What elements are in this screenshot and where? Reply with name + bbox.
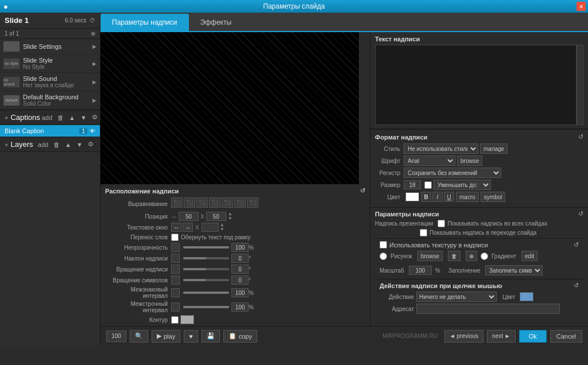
position-reset[interactable]: ↺ (360, 187, 365, 195)
spacing-left-input[interactable] (171, 288, 180, 297)
macro-btn[interactable]: macro (456, 192, 479, 202)
captions-add-btn[interactable]: add (40, 113, 54, 122)
window-input[interactable] (202, 223, 219, 232)
texture-reset[interactable]: ↺ (574, 241, 579, 248)
texture-checkbox[interactable] (380, 241, 387, 248)
copy-icon: 📋 (229, 332, 237, 340)
window-btn1[interactable]: ↔ (171, 223, 181, 232)
align-justify-btn[interactable]: ⬛ (209, 197, 220, 208)
cancel-btn[interactable]: Cancel (550, 330, 582, 343)
action-reset[interactable]: ↺ (574, 282, 579, 289)
spacing-slider[interactable] (183, 292, 229, 294)
opacity-slider[interactable] (183, 246, 229, 248)
pos-x-input[interactable] (179, 212, 199, 221)
caption-params-reset[interactable]: ↺ (578, 210, 583, 218)
shrink-checkbox[interactable] (424, 181, 432, 189)
action-color-swatch[interactable] (520, 292, 533, 301)
shrink-select[interactable]: Уменьшить до: (434, 180, 491, 190)
gradient-radio[interactable] (481, 253, 488, 260)
align-top-btn[interactable]: ⬛ (222, 197, 233, 208)
layers-up-btn[interactable]: ▲ (63, 140, 73, 149)
font-select[interactable]: Arial (404, 156, 455, 166)
underline-btn[interactable]: U (444, 192, 454, 202)
tilt-val-input[interactable] (231, 254, 249, 263)
align-center-btn[interactable]: ⬛ (184, 197, 195, 208)
spacing-val-input[interactable] (231, 288, 249, 297)
bold-btn[interactable]: B (421, 192, 431, 202)
menu-item-sound[interactable]: no sound Slide Sound Нет звука в слайде … (0, 73, 100, 91)
browse-font-btn[interactable]: browse (457, 156, 482, 166)
layers-down-btn[interactable]: ▼ (75, 140, 84, 149)
next-btn[interactable]: next ► (487, 330, 516, 343)
rotate-val-input[interactable] (231, 265, 249, 274)
blank-caption-item[interactable]: Blank Caption 1 👁 (0, 125, 100, 137)
texture-copy-btn[interactable]: ⊕ (466, 251, 477, 261)
register-select[interactable]: Сохранить без изменений (404, 168, 501, 178)
opacity-val-input[interactable] (231, 243, 249, 252)
format-reset-btn[interactable]: ↺ (578, 133, 583, 141)
ok-btn[interactable]: Ok (519, 330, 547, 343)
texture-browse-btn[interactable]: browse (417, 251, 443, 261)
save-btn[interactable]: 💾 (202, 330, 220, 343)
rotate-slider[interactable] (183, 268, 229, 270)
fill-select[interactable]: Заполнить символ (485, 265, 543, 275)
tilt-slider[interactable] (183, 257, 229, 259)
symbol-btn[interactable]: symbol (481, 192, 506, 202)
menu-item-style[interactable]: no style Slide Style No Style ▶ (0, 55, 100, 73)
window-btn2[interactable]: ↔ (183, 223, 193, 232)
outline-checkbox[interactable] (171, 316, 179, 324)
close-button[interactable]: ✕ (577, 2, 586, 11)
register-row: Регистр Сохранить без изменений (375, 168, 583, 178)
rotate-sym-val-input[interactable] (231, 275, 249, 285)
align-bottom-btn[interactable]: ⬛ (247, 197, 258, 208)
align-right-btn[interactable]: ⬛ (196, 197, 208, 208)
previous-btn[interactable]: ◄ previous (444, 330, 483, 343)
layers-delete-btn[interactable]: 🗑 (52, 140, 61, 149)
menu-item-background[interactable]: default Default Background Solid Color ▶ (0, 91, 100, 110)
scrollbar[interactable] (577, 45, 583, 125)
tilt-left-input[interactable] (171, 254, 180, 263)
style-select[interactable]: Не использовать стиль (404, 143, 478, 154)
captions-delete-btn[interactable]: 🗑 (56, 113, 65, 122)
line-spacing-slider[interactable] (183, 306, 229, 308)
zoom-input[interactable] (106, 331, 126, 342)
captions-down-btn[interactable]: ▼ (79, 113, 88, 122)
layers-add-btn[interactable]: add (36, 140, 50, 149)
menu-item-settings[interactable]: Slide Settings ▶ (0, 39, 100, 55)
italic-btn[interactable]: I (432, 192, 443, 202)
size-input[interactable] (404, 180, 421, 189)
outline-color-swatch[interactable] (180, 315, 194, 324)
captions-up-btn[interactable]: ▲ (67, 113, 77, 122)
window-down-btn[interactable]: ▼ (220, 227, 225, 232)
show-all-checkbox[interactable] (438, 220, 445, 227)
heart-btn[interactable]: ♥ (184, 330, 198, 343)
rotate-left-input[interactable] (171, 265, 180, 274)
align-left-btn[interactable]: ⬛ (171, 197, 183, 208)
manage-btn[interactable]: manage (480, 143, 508, 154)
layers-settings-btn[interactable]: ⚙ (86, 140, 95, 149)
captions-settings-btn[interactable]: ⚙ (90, 113, 99, 122)
tab-caption[interactable]: Параметры надписи (100, 14, 189, 31)
tab-effects[interactable]: Эффекты (189, 14, 243, 31)
rotate-sym-left-input[interactable] (171, 275, 180, 285)
zoom-search-btn[interactable]: 🔍 (130, 330, 148, 343)
action-select[interactable]: Ничего не делать (416, 292, 497, 302)
rotate-sym-slider[interactable] (183, 279, 229, 281)
gradient-edit-btn[interactable]: edit (521, 251, 537, 261)
picture-radio[interactable] (380, 253, 387, 260)
align-middle-btn[interactable]: ⬛ (234, 197, 246, 208)
wrap-checkbox[interactable] (171, 234, 179, 241)
caption-textarea[interactable] (375, 45, 577, 125)
line-spacing-left-input[interactable] (171, 302, 180, 312)
show-transition-checkbox[interactable] (420, 229, 427, 236)
line-spacing-val-input[interactable] (231, 302, 249, 312)
texture-delete-btn[interactable]: 🗑 (448, 251, 461, 261)
play-btn[interactable]: ▶ play (152, 330, 180, 343)
copy-btn[interactable]: 📋 copy (223, 330, 257, 343)
color-swatch[interactable] (405, 192, 419, 201)
scale-input[interactable] (409, 266, 432, 275)
dest-input[interactable] (416, 304, 560, 314)
pos-down-btn[interactable]: ▼ (228, 216, 233, 221)
pos-y-input[interactable] (206, 212, 226, 221)
opacity-input[interactable] (171, 243, 180, 252)
